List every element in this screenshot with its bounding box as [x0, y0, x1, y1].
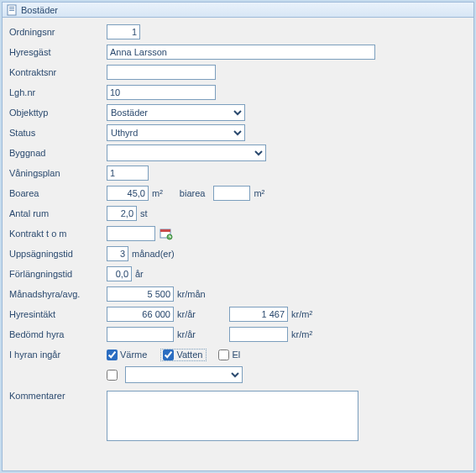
- input-bedomd-m2[interactable]: [229, 327, 288, 342]
- check-varme[interactable]: [107, 349, 118, 360]
- select-extra[interactable]: [125, 366, 243, 383]
- label-manadshyra: Månadshyra/avg.: [9, 289, 107, 299]
- calendar-icon[interactable]: [159, 226, 174, 241]
- input-bedomd-ar[interactable]: [107, 327, 174, 342]
- unit-boarea: m²: [152, 188, 163, 198]
- check-vatten[interactable]: [163, 349, 174, 360]
- check-el[interactable]: [218, 349, 229, 360]
- select-objekttyp[interactable]: Bostäder: [107, 104, 245, 121]
- label-byggnad: Byggnad: [9, 148, 107, 158]
- unit-kr-ar-1: kr/år: [177, 309, 196, 319]
- svg-rect-2: [9, 8, 14, 9]
- label-boarea: Boarea: [9, 188, 107, 198]
- label-lghnr: Lgh.nr: [9, 87, 107, 97]
- check-label-varme: Värme: [120, 349, 147, 360]
- unit-kr-man: kr/mån: [177, 289, 206, 299]
- unit-st: st: [140, 208, 148, 218]
- label-hyresintakt: Hyresintäkt: [9, 309, 107, 319]
- label-bedomd-hyra: Bedömd hyra: [9, 329, 107, 339]
- label-objekttyp: Objekttyp: [9, 108, 107, 118]
- panel-bostader: Bostäder Ordningsnr Hyresgäst Kontraktsn…: [2, 2, 474, 471]
- document-icon: [6, 4, 18, 16]
- label-kommentarer: Kommentarer: [9, 391, 107, 401]
- input-hyresintakt-m2[interactable]: [229, 307, 288, 322]
- form: Ordningsnr Hyresgäst Kontraktsnr Lgh.nr …: [3, 18, 473, 448]
- input-biarea[interactable]: [213, 186, 250, 201]
- label-i-hyran-ingar: I hyran ingår: [9, 349, 107, 360]
- check-label-el: El: [232, 349, 240, 360]
- select-status[interactable]: Uthyrd: [107, 124, 245, 141]
- unit-kr-m2-2: kr/m²: [291, 329, 312, 339]
- label-kontrakt-tom: Kontrakt t o m: [9, 229, 107, 239]
- panel-title: Bostäder: [21, 5, 58, 15]
- input-kontrakt-tom[interactable]: [107, 226, 155, 241]
- unit-ar: år: [135, 269, 144, 279]
- vatten-focus-box: Vatten: [160, 349, 207, 361]
- titlebar: Bostäder: [3, 3, 473, 18]
- svg-rect-3: [9, 10, 14, 11]
- select-byggnad[interactable]: [107, 145, 266, 161]
- svg-rect-5: [160, 229, 170, 232]
- unit-biarea: m²: [254, 188, 264, 198]
- label-biarea: biarea: [180, 188, 206, 198]
- label-forlangningstid: Förlängningstid: [9, 269, 107, 279]
- label-ordningsnr: Ordningsnr: [9, 27, 107, 37]
- input-vaningsplan[interactable]: [107, 166, 149, 181]
- input-manadshyra[interactable]: [107, 286, 174, 302]
- label-uppsagningstid: Uppsägningstid: [9, 249, 107, 259]
- unit-kr-m2-1: kr/m²: [291, 309, 312, 319]
- label-status: Status: [9, 128, 107, 138]
- input-uppsagningstid[interactable]: [107, 246, 128, 261]
- input-forlangningstid[interactable]: [107, 266, 132, 281]
- svg-rect-1: [9, 7, 14, 8]
- input-boarea[interactable]: [107, 186, 149, 201]
- unit-manader: månad(er): [132, 249, 175, 259]
- label-vaningsplan: Våningsplan: [9, 168, 107, 178]
- check-label-vatten: Vatten: [176, 349, 202, 360]
- label-kontraktsnr: Kontraktsnr: [9, 67, 107, 77]
- unit-kr-ar-2: kr/år: [177, 329, 196, 339]
- input-hyresgast[interactable]: [107, 45, 375, 60]
- label-antal-rum: Antal rum: [9, 208, 107, 218]
- label-hyresgast: Hyresgäst: [9, 47, 107, 57]
- check-extra[interactable]: [107, 370, 118, 381]
- input-antal-rum[interactable]: [107, 206, 137, 221]
- input-ordningsnr[interactable]: [107, 24, 140, 39]
- input-hyresintakt-ar[interactable]: [107, 307, 174, 322]
- input-lghnr[interactable]: [107, 85, 216, 100]
- input-kontraktsnr[interactable]: [107, 65, 216, 80]
- textarea-kommentarer[interactable]: [107, 391, 358, 441]
